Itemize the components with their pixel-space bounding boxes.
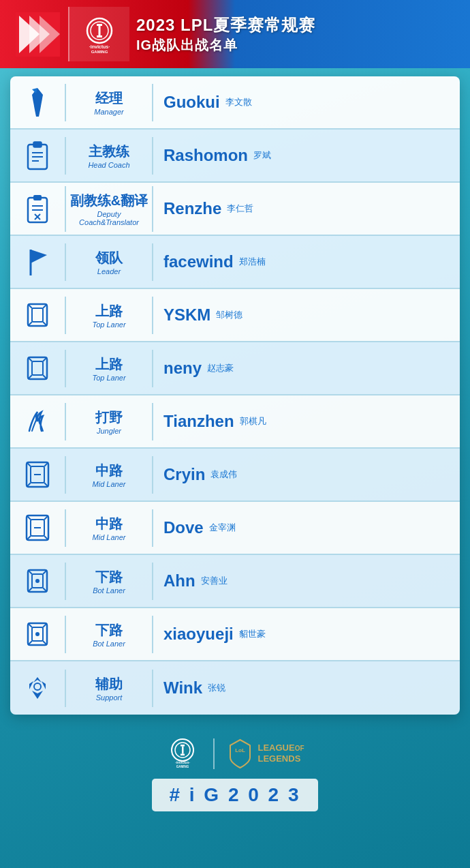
player-info: xiaoyueji 貂世豪 xyxy=(153,619,460,649)
player-name-cn: 安善业 xyxy=(201,575,228,587)
role-cn: 辅助 xyxy=(69,675,148,693)
svg-rect-21 xyxy=(33,195,42,200)
role-info: 上路 Top Laner xyxy=(65,350,153,387)
svg-text:LoL: LoL xyxy=(236,747,246,753)
role-cn: 中路 xyxy=(69,462,148,480)
player-handle: Ahn xyxy=(163,571,195,590)
role-info: 辅助 Support xyxy=(65,670,153,707)
svg-rect-8 xyxy=(99,26,101,35)
role-info: 副教练&翻译 Deputy Coach&Translator xyxy=(65,186,153,232)
role-info: 上路 Top Laner xyxy=(65,297,153,334)
svg-text:GAMING: GAMING xyxy=(176,765,189,768)
player-handle: neny xyxy=(163,359,202,378)
lol-text: LEAGUEOF LEGENDS xyxy=(257,743,304,764)
role-icon-mid-laner xyxy=(10,453,65,496)
player-info: Renzhe 李仁哲 xyxy=(153,194,460,224)
roster-row: 上路 Top Laner neny 赵志豪 xyxy=(10,342,460,395)
player-handle: Cryin xyxy=(163,465,205,484)
footer-logos: ·invictus· GAMING LoL LEAGUEOF LEGENDS xyxy=(166,736,304,770)
role-icon-flag xyxy=(10,240,65,284)
footer-lol-logo: LoL LEAGUEOF LEGENDS xyxy=(213,738,304,769)
role-icon-bot-laner xyxy=(10,559,65,603)
player-handle: Guokui xyxy=(163,93,220,112)
header-text: 2023 LPL夏季赛常规赛 IG战队出战名单 xyxy=(136,14,460,55)
role-en: Top Laner xyxy=(69,374,148,382)
player-handle: Dove xyxy=(163,518,204,537)
player-handle: Renzhe xyxy=(163,199,221,218)
player-info: Rashomon 罗斌 xyxy=(153,140,460,170)
player-info: neny 赵志豪 xyxy=(153,353,460,383)
roster-container: 经理 Manager Guokui 李文散 主教练 Head Coach Ras… xyxy=(10,76,460,715)
role-cn: 经理 xyxy=(69,89,148,108)
role-info: 领队 Leader xyxy=(65,243,153,281)
svg-point-60 xyxy=(35,579,40,583)
roster-row: 下路 Bot Laner xiaoyueji 貂世豪 xyxy=(10,608,460,661)
player-name-cn: 邹树德 xyxy=(216,309,242,321)
svg-rect-71 xyxy=(181,745,185,747)
player-name-cn: 郑浩楠 xyxy=(239,256,266,268)
svg-marker-11 xyxy=(32,88,43,110)
player-info: Dove 金宰渊 xyxy=(153,513,460,543)
player-info: YSKM 邹树德 xyxy=(153,300,460,330)
player-info: Tianzhen 郭棋凡 xyxy=(153,406,460,436)
role-en: Jungler xyxy=(69,427,148,435)
role-en: Top Laner xyxy=(69,320,148,329)
player-name-cn: 袁成伟 xyxy=(210,468,237,481)
player-name-cn: 貂世豪 xyxy=(239,628,266,640)
invictus-logo: ·invictus· GAMING xyxy=(68,7,129,61)
role-info: 下路 Bot Laner xyxy=(65,616,153,653)
role-cn: 主教练 xyxy=(69,143,148,161)
role-icon-tie xyxy=(10,80,65,125)
roster-row: 打野 Jungler Tianzhen 郭棋凡 xyxy=(10,395,460,449)
role-cn: 副教练&翻译 xyxy=(69,192,148,210)
roster-row: 下路 Bot Laner Ahn 安善业 xyxy=(10,555,460,608)
svg-rect-72 xyxy=(181,754,185,756)
roster-row: 中路 Mid Laner Dove 金宰渊 xyxy=(10,502,460,555)
role-en: Mid Laner xyxy=(69,533,148,541)
svg-marker-12 xyxy=(35,110,40,117)
svg-rect-73 xyxy=(182,747,184,754)
role-en: Manager xyxy=(69,108,148,116)
footer-hashtag: # i G 2 0 2 3 xyxy=(152,779,317,811)
role-en: Deputy Coach&Translator xyxy=(69,210,148,226)
role-en: Bot Laner xyxy=(69,640,148,648)
svg-marker-27 xyxy=(31,250,47,263)
player-name-cn: 李文散 xyxy=(225,96,252,108)
header: ·invictus· GAMING 2023 LPL夏季赛常规赛 IG战队出战名… xyxy=(0,0,470,68)
svg-text:·invictus·: ·invictus· xyxy=(176,760,191,764)
player-handle: Wink xyxy=(163,678,202,698)
role-en: Bot Laner xyxy=(69,586,148,595)
svg-rect-7 xyxy=(97,35,102,38)
player-info: Cryin 袁成伟 xyxy=(153,460,460,490)
player-info: Guokui 李文散 xyxy=(153,87,460,117)
player-name-cn: 罗斌 xyxy=(253,149,271,162)
role-info: 中路 Mid Laner xyxy=(65,509,153,547)
role-icon-top-laner xyxy=(10,293,65,337)
header-title-sub: IG战队出战名单 xyxy=(136,36,460,55)
role-en: Head Coach xyxy=(69,161,148,169)
role-en: Leader xyxy=(69,267,148,275)
role-icon-support xyxy=(10,666,65,710)
roster-row: 上路 Top Laner YSKM 邹树德 xyxy=(10,289,460,342)
roster-row: 经理 Manager Guokui 李文散 xyxy=(10,76,460,130)
role-icon-bot-laner xyxy=(10,612,65,656)
svg-text:GAMING: GAMING xyxy=(91,50,108,53)
role-info: 打野 Jungler xyxy=(65,403,153,440)
role-cn: 下路 xyxy=(69,568,148,586)
svg-point-67 xyxy=(35,632,40,636)
svg-rect-35 xyxy=(32,361,43,375)
svg-rect-6 xyxy=(97,24,102,26)
role-cn: 打野 xyxy=(69,408,148,427)
player-info: Wink 张锐 xyxy=(153,673,460,703)
player-handle: Tianzhen xyxy=(163,412,234,431)
svg-rect-29 xyxy=(32,308,43,322)
role-cn: 上路 xyxy=(69,355,148,374)
player-info: Ahn 安善业 xyxy=(153,566,460,596)
player-handle: xiaoyueji xyxy=(163,625,234,644)
player-name-cn: 李仁哲 xyxy=(227,203,253,215)
player-handle: facewind xyxy=(163,252,234,271)
player-name-cn: 金宰渊 xyxy=(209,522,236,534)
role-cn: 上路 xyxy=(69,302,148,320)
svg-rect-15 xyxy=(33,142,42,147)
player-info: facewind 郑浩楠 xyxy=(153,247,460,277)
